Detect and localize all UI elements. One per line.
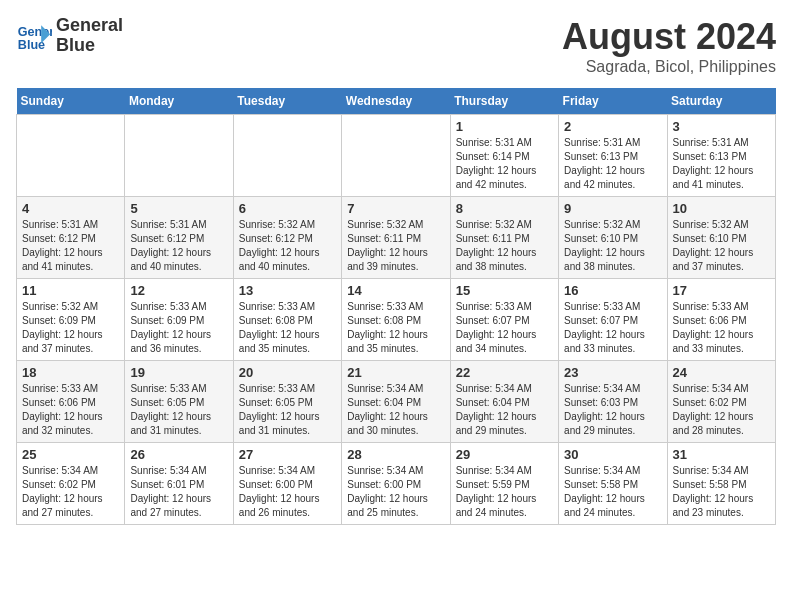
day-info: Sunrise: 5:32 AM Sunset: 6:11 PM Dayligh… (347, 218, 444, 274)
day-number: 6 (239, 201, 336, 216)
day-info: Sunrise: 5:32 AM Sunset: 6:10 PM Dayligh… (564, 218, 661, 274)
calendar-cell: 7Sunrise: 5:32 AM Sunset: 6:11 PM Daylig… (342, 197, 450, 279)
day-info: Sunrise: 5:33 AM Sunset: 6:06 PM Dayligh… (673, 300, 770, 356)
day-info: Sunrise: 5:32 AM Sunset: 6:11 PM Dayligh… (456, 218, 553, 274)
day-info: Sunrise: 5:34 AM Sunset: 5:58 PM Dayligh… (564, 464, 661, 520)
day-info: Sunrise: 5:34 AM Sunset: 6:02 PM Dayligh… (673, 382, 770, 438)
day-number: 24 (673, 365, 770, 380)
day-info: Sunrise: 5:33 AM Sunset: 6:06 PM Dayligh… (22, 382, 119, 438)
calendar-cell: 27Sunrise: 5:34 AM Sunset: 6:00 PM Dayli… (233, 443, 341, 525)
day-info: Sunrise: 5:33 AM Sunset: 6:08 PM Dayligh… (239, 300, 336, 356)
calendar-cell: 5Sunrise: 5:31 AM Sunset: 6:12 PM Daylig… (125, 197, 233, 279)
calendar-cell: 21Sunrise: 5:34 AM Sunset: 6:04 PM Dayli… (342, 361, 450, 443)
calendar-cell: 2Sunrise: 5:31 AM Sunset: 6:13 PM Daylig… (559, 115, 667, 197)
day-number: 8 (456, 201, 553, 216)
header-thursday: Thursday (450, 88, 558, 115)
day-number: 31 (673, 447, 770, 462)
logo: General Blue General Blue (16, 16, 123, 56)
day-number: 3 (673, 119, 770, 134)
day-info: Sunrise: 5:33 AM Sunset: 6:09 PM Dayligh… (130, 300, 227, 356)
header-friday: Friday (559, 88, 667, 115)
calendar-cell: 26Sunrise: 5:34 AM Sunset: 6:01 PM Dayli… (125, 443, 233, 525)
day-number: 20 (239, 365, 336, 380)
day-number: 30 (564, 447, 661, 462)
day-info: Sunrise: 5:34 AM Sunset: 6:00 PM Dayligh… (347, 464, 444, 520)
calendar-cell: 4Sunrise: 5:31 AM Sunset: 6:12 PM Daylig… (17, 197, 125, 279)
day-number: 10 (673, 201, 770, 216)
calendar-cell: 6Sunrise: 5:32 AM Sunset: 6:12 PM Daylig… (233, 197, 341, 279)
calendar-cell: 16Sunrise: 5:33 AM Sunset: 6:07 PM Dayli… (559, 279, 667, 361)
day-number: 13 (239, 283, 336, 298)
calendar-week-3: 11Sunrise: 5:32 AM Sunset: 6:09 PM Dayli… (17, 279, 776, 361)
day-number: 26 (130, 447, 227, 462)
day-info: Sunrise: 5:33 AM Sunset: 6:07 PM Dayligh… (564, 300, 661, 356)
header-tuesday: Tuesday (233, 88, 341, 115)
header-saturday: Saturday (667, 88, 775, 115)
day-number: 27 (239, 447, 336, 462)
day-info: Sunrise: 5:33 AM Sunset: 6:08 PM Dayligh… (347, 300, 444, 356)
day-info: Sunrise: 5:34 AM Sunset: 6:01 PM Dayligh… (130, 464, 227, 520)
calendar-cell: 12Sunrise: 5:33 AM Sunset: 6:09 PM Dayli… (125, 279, 233, 361)
calendar-cell: 29Sunrise: 5:34 AM Sunset: 5:59 PM Dayli… (450, 443, 558, 525)
page-header: General Blue General Blue August 2024 Sa… (16, 16, 776, 76)
calendar-cell: 1Sunrise: 5:31 AM Sunset: 6:14 PM Daylig… (450, 115, 558, 197)
calendar-week-4: 18Sunrise: 5:33 AM Sunset: 6:06 PM Dayli… (17, 361, 776, 443)
day-info: Sunrise: 5:33 AM Sunset: 6:07 PM Dayligh… (456, 300, 553, 356)
calendar-cell (125, 115, 233, 197)
day-info: Sunrise: 5:31 AM Sunset: 6:12 PM Dayligh… (130, 218, 227, 274)
logo-icon: General Blue (16, 18, 52, 54)
day-number: 15 (456, 283, 553, 298)
calendar-week-1: 1Sunrise: 5:31 AM Sunset: 6:14 PM Daylig… (17, 115, 776, 197)
calendar-table: SundayMondayTuesdayWednesdayThursdayFrid… (16, 88, 776, 525)
day-number: 16 (564, 283, 661, 298)
day-number: 4 (22, 201, 119, 216)
day-number: 25 (22, 447, 119, 462)
day-number: 22 (456, 365, 553, 380)
calendar-cell: 11Sunrise: 5:32 AM Sunset: 6:09 PM Dayli… (17, 279, 125, 361)
day-info: Sunrise: 5:32 AM Sunset: 6:09 PM Dayligh… (22, 300, 119, 356)
day-info: Sunrise: 5:31 AM Sunset: 6:13 PM Dayligh… (673, 136, 770, 192)
calendar-week-2: 4Sunrise: 5:31 AM Sunset: 6:12 PM Daylig… (17, 197, 776, 279)
day-info: Sunrise: 5:33 AM Sunset: 6:05 PM Dayligh… (239, 382, 336, 438)
day-number: 28 (347, 447, 444, 462)
day-info: Sunrise: 5:34 AM Sunset: 6:03 PM Dayligh… (564, 382, 661, 438)
calendar-cell: 8Sunrise: 5:32 AM Sunset: 6:11 PM Daylig… (450, 197, 558, 279)
day-info: Sunrise: 5:34 AM Sunset: 6:00 PM Dayligh… (239, 464, 336, 520)
header-monday: Monday (125, 88, 233, 115)
day-info: Sunrise: 5:32 AM Sunset: 6:10 PM Dayligh… (673, 218, 770, 274)
calendar-cell: 23Sunrise: 5:34 AM Sunset: 6:03 PM Dayli… (559, 361, 667, 443)
day-info: Sunrise: 5:34 AM Sunset: 6:04 PM Dayligh… (347, 382, 444, 438)
svg-text:Blue: Blue (18, 37, 45, 51)
calendar-cell: 10Sunrise: 5:32 AM Sunset: 6:10 PM Dayli… (667, 197, 775, 279)
day-number: 23 (564, 365, 661, 380)
calendar-subtitle: Sagrada, Bicol, Philippines (562, 58, 776, 76)
calendar-title: August 2024 (562, 16, 776, 58)
calendar-cell: 3Sunrise: 5:31 AM Sunset: 6:13 PM Daylig… (667, 115, 775, 197)
logo-line1: General (56, 16, 123, 36)
calendar-cell: 20Sunrise: 5:33 AM Sunset: 6:05 PM Dayli… (233, 361, 341, 443)
day-number: 29 (456, 447, 553, 462)
day-info: Sunrise: 5:31 AM Sunset: 6:14 PM Dayligh… (456, 136, 553, 192)
calendar-header-row: SundayMondayTuesdayWednesdayThursdayFrid… (17, 88, 776, 115)
calendar-cell: 13Sunrise: 5:33 AM Sunset: 6:08 PM Dayli… (233, 279, 341, 361)
calendar-cell: 24Sunrise: 5:34 AM Sunset: 6:02 PM Dayli… (667, 361, 775, 443)
calendar-cell: 18Sunrise: 5:33 AM Sunset: 6:06 PM Dayli… (17, 361, 125, 443)
calendar-cell (233, 115, 341, 197)
title-block: August 2024 Sagrada, Bicol, Philippines (562, 16, 776, 76)
calendar-cell: 9Sunrise: 5:32 AM Sunset: 6:10 PM Daylig… (559, 197, 667, 279)
day-number: 21 (347, 365, 444, 380)
day-info: Sunrise: 5:31 AM Sunset: 6:12 PM Dayligh… (22, 218, 119, 274)
day-number: 5 (130, 201, 227, 216)
day-number: 11 (22, 283, 119, 298)
calendar-cell: 15Sunrise: 5:33 AM Sunset: 6:07 PM Dayli… (450, 279, 558, 361)
calendar-cell: 22Sunrise: 5:34 AM Sunset: 6:04 PM Dayli… (450, 361, 558, 443)
day-number: 1 (456, 119, 553, 134)
calendar-cell (17, 115, 125, 197)
calendar-cell: 14Sunrise: 5:33 AM Sunset: 6:08 PM Dayli… (342, 279, 450, 361)
calendar-cell: 19Sunrise: 5:33 AM Sunset: 6:05 PM Dayli… (125, 361, 233, 443)
calendar-cell: 30Sunrise: 5:34 AM Sunset: 5:58 PM Dayli… (559, 443, 667, 525)
day-number: 2 (564, 119, 661, 134)
day-number: 9 (564, 201, 661, 216)
day-number: 12 (130, 283, 227, 298)
calendar-cell (342, 115, 450, 197)
